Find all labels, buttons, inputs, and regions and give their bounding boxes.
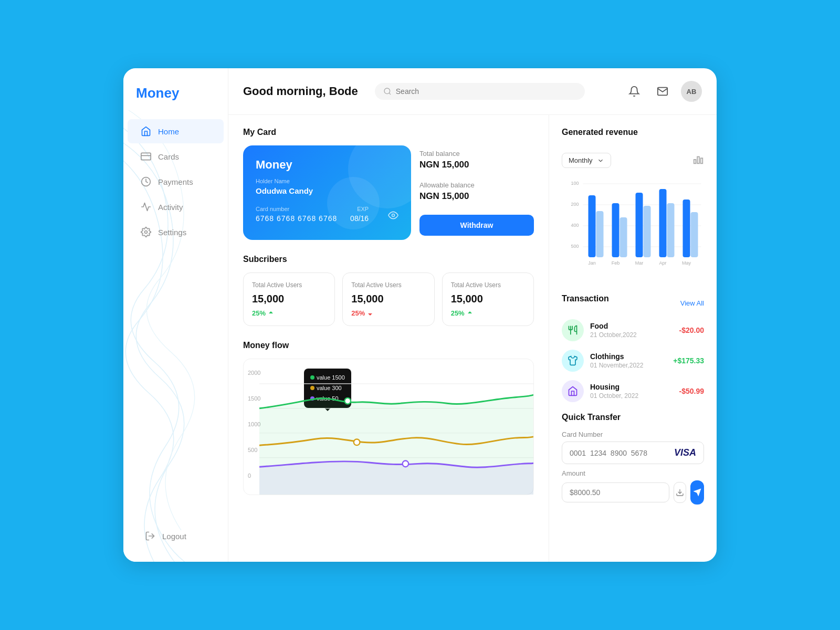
transactions-section: Transaction View All Food 21 October,202… <box>562 294 704 402</box>
sub-change-val-1: 25% <box>351 309 365 317</box>
revenue-header: Generated revenue <box>562 128 704 145</box>
main-panel: Good morning, Bode AB My Card <box>228 68 717 562</box>
sub-change-0: 25% <box>252 309 326 317</box>
card-number-label: Card Number <box>562 430 704 438</box>
card-info-box: Total balance NGN 15,000 Allowable balan… <box>419 145 534 240</box>
clothings-icon <box>568 355 578 366</box>
svg-rect-14 <box>701 158 703 163</box>
visa-logo: VISA <box>674 447 696 458</box>
y-axis-label-500: 500 <box>571 244 579 249</box>
x-label-apr: Apr <box>659 260 666 266</box>
subscriber-card-0: Total Active Users 15,000 25% <box>243 272 335 326</box>
sub-label-2: Total Active Users <box>451 281 525 289</box>
header: Good morning, Bode AB <box>228 68 717 115</box>
y-axis-label-100: 100 <box>571 181 579 186</box>
card-number-section: Card number 6768 6768 6768 6768 <box>256 206 337 223</box>
sidebar-item-settings[interactable]: Settings <box>128 220 224 244</box>
view-all-button[interactable]: View All <box>680 299 704 307</box>
amount-input[interactable] <box>562 482 669 502</box>
bar-chart-icon <box>692 154 704 165</box>
subscriber-card-1: Total Active Users 15,000 25% <box>342 272 434 326</box>
sub-change-val-0: 25% <box>252 309 266 317</box>
sidebar-item-payments[interactable]: Payments <box>128 170 224 194</box>
send-icon <box>692 488 702 497</box>
sidebar-item-activity[interactable]: Activity <box>128 195 224 219</box>
transaction-info-clothings: Clothings 01 November,2022 <box>590 352 667 369</box>
txn-name-food: Food <box>590 322 673 330</box>
bar-apr-dark <box>659 189 667 257</box>
chart-dot-green <box>344 398 351 404</box>
bar-jan-light <box>596 211 604 257</box>
bar-may-dark <box>683 200 690 257</box>
transaction-info-housing: Housing 01 October, 2022 <box>590 383 673 400</box>
user-avatar[interactable]: AB <box>681 81 702 102</box>
quick-transfer-title: Quick Transfer <box>562 413 704 422</box>
x-label-jan: Jan <box>588 260 596 266</box>
subscribers-grid: Total Active Users 15,000 25% Total Acti… <box>243 272 534 326</box>
money-flow-chart: 2000 1500 1000 500 0 value 1500 value 30… <box>243 359 534 495</box>
txn-date-food: 21 October,2022 <box>590 331 673 339</box>
message-icon <box>657 86 668 97</box>
chevron-down-icon <box>597 157 604 164</box>
app-title: Money <box>136 85 179 101</box>
header-icons: AB <box>624 81 702 102</box>
bar-chart-icon-button[interactable] <box>692 154 704 167</box>
money-flow-title: Money flow <box>243 341 534 350</box>
search-input[interactable] <box>396 87 576 96</box>
sidebar-item-home[interactable]: Home <box>128 119 224 143</box>
message-button[interactable] <box>653 81 673 101</box>
logout-nav-item[interactable]: Logout <box>132 524 219 548</box>
sidebar-logo: Money <box>123 85 228 118</box>
transaction-icon-clothings <box>562 350 584 372</box>
housing-icon <box>568 386 578 396</box>
sidebar-item-cards-label: Cards <box>158 152 179 161</box>
txn-amount-clothings: +$175.33 <box>673 356 704 365</box>
up-arrow-icon-2 <box>467 310 473 317</box>
y-label-2: 1000 <box>248 421 260 427</box>
svg-point-7 <box>392 214 394 217</box>
card-number-input[interactable] <box>570 449 670 457</box>
svg-line-6 <box>389 93 391 94</box>
transaction-item-housing: Housing 01 October, 2022 -$50.99 <box>562 380 704 402</box>
amount-row <box>562 480 704 505</box>
download-button[interactable] <box>674 482 686 503</box>
send-button[interactable] <box>690 480 704 505</box>
chart-dot-gold <box>354 439 360 445</box>
period-label: Monthly <box>569 156 593 164</box>
subscriber-card-2: Total Active Users 15,000 25% <box>442 272 534 326</box>
money-flow-svg <box>259 359 533 495</box>
allowable-balance-amount: NGN 15,000 <box>419 191 534 202</box>
my-card-title: My Card <box>243 128 534 137</box>
svg-point-5 <box>384 88 390 94</box>
left-panel: My Card Money Holder Name Odudwa Candy C… <box>228 115 549 562</box>
settings-icon <box>140 226 152 238</box>
logout-icon <box>144 530 156 542</box>
generated-revenue-section: Generated revenue Monthly <box>562 128 704 279</box>
withdraw-button[interactable]: Withdraw <box>419 215 534 236</box>
txn-amount-food: -$20.00 <box>679 326 704 334</box>
transactions-header: Transaction View All <box>562 294 704 312</box>
txn-date-clothings: 01 November,2022 <box>590 362 667 369</box>
period-dropdown[interactable]: Monthly <box>562 153 611 168</box>
notification-button[interactable] <box>624 81 644 101</box>
payments-icon <box>140 176 152 187</box>
up-arrow-icon-0 <box>268 310 274 317</box>
card-number: 6768 6768 6768 6768 <box>256 214 337 223</box>
sidebar-item-cards[interactable]: Cards <box>128 144 224 169</box>
y-label-1: 1500 <box>248 395 260 402</box>
transaction-icon-food <box>562 319 584 341</box>
svg-rect-12 <box>694 160 696 163</box>
food-icon <box>568 325 578 335</box>
revenue-bar-chart: 100 200 400 500 <box>562 174 704 279</box>
bar-mar-light <box>644 206 651 257</box>
total-balance-amount: NGN 15,000 <box>419 160 534 170</box>
search-bar[interactable] <box>375 83 585 100</box>
sidebar-item-logout[interactable]: Logout <box>123 523 228 549</box>
sub-value-2: 15,000 <box>451 293 525 305</box>
app-container: Money Home Cards Paymen <box>123 68 717 562</box>
sub-label-0: Total Active Users <box>252 281 326 289</box>
sidebar-item-settings-label: Settings <box>158 228 186 237</box>
y-label-3: 500 <box>248 447 260 453</box>
bar-feb-dark <box>612 203 620 257</box>
home-icon <box>140 125 152 137</box>
